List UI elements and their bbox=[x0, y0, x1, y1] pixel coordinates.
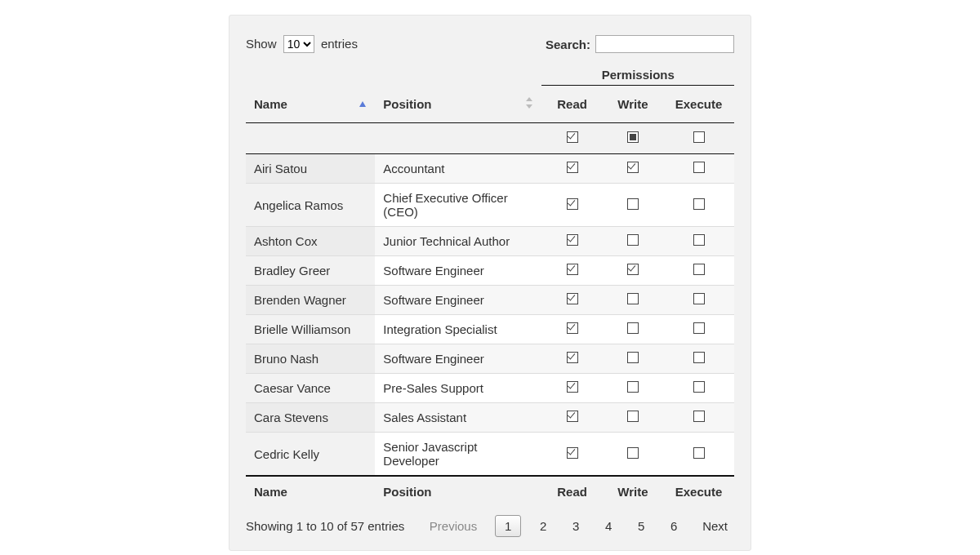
svg-marker-2 bbox=[526, 104, 532, 109]
write-checkbox[interactable] bbox=[627, 352, 639, 363]
cell-name: Airi Satou bbox=[246, 154, 375, 184]
select-all-write-checkbox[interactable] bbox=[627, 131, 639, 143]
pager-page-2[interactable]: 2 bbox=[532, 516, 554, 536]
length-show-label: Show bbox=[246, 37, 277, 51]
cell-name: Bruno Nash bbox=[246, 344, 375, 374]
table-row: Angelica RamosChief Executive Officer (C… bbox=[246, 184, 734, 227]
read-checkbox[interactable] bbox=[567, 293, 578, 304]
read-checkbox[interactable] bbox=[567, 352, 578, 363]
table-row: Ashton CoxJunior Technical Author bbox=[246, 227, 734, 256]
length-entries-label: entries bbox=[321, 37, 358, 51]
read-checkbox[interactable] bbox=[567, 381, 578, 393]
cell-position: Software Engineer bbox=[375, 256, 541, 286]
sort-asc-icon bbox=[359, 97, 367, 111]
foot-read: Read bbox=[541, 476, 602, 507]
table-body: Airi SatouAccountantAngelica RamosChief … bbox=[246, 154, 734, 477]
cell-position: Accountant bbox=[375, 154, 541, 184]
cell-position: Chief Executive Officer (CEO) bbox=[375, 184, 541, 227]
table-row: Caesar VancePre-Sales Support bbox=[246, 374, 734, 403]
cell-name: Ashton Cox bbox=[246, 227, 375, 256]
cell-name: Angelica Ramos bbox=[246, 184, 375, 227]
foot-position: Position bbox=[375, 476, 541, 507]
col-read[interactable]: Read bbox=[541, 86, 602, 123]
table-row: Cara StevensSales Assistant bbox=[246, 403, 734, 433]
cell-position: Junior Technical Author bbox=[375, 227, 541, 256]
cell-position: Software Engineer bbox=[375, 344, 541, 374]
execute-checkbox[interactable] bbox=[693, 447, 705, 459]
col-position-label: Position bbox=[383, 97, 431, 111]
cell-name: Brielle Williamson bbox=[246, 315, 375, 344]
col-name[interactable]: Name bbox=[246, 86, 375, 123]
col-write[interactable]: Write bbox=[603, 86, 663, 123]
table-row: Brielle WilliamsonIntegration Specialist bbox=[246, 315, 734, 344]
execute-checkbox[interactable] bbox=[693, 198, 705, 210]
foot-write: Write bbox=[603, 476, 663, 507]
search-control: Search: bbox=[546, 35, 734, 53]
write-checkbox[interactable] bbox=[627, 234, 639, 246]
write-checkbox[interactable] bbox=[627, 293, 639, 304]
pager-page-3[interactable]: 3 bbox=[565, 516, 586, 536]
length-control: Show 10 entries bbox=[246, 35, 358, 53]
svg-marker-1 bbox=[526, 97, 532, 101]
execute-checkbox[interactable] bbox=[693, 352, 705, 363]
pagination: Previous123456Next bbox=[423, 515, 734, 537]
cell-position: Senior Javascript Developer bbox=[375, 433, 541, 477]
write-checkbox[interactable] bbox=[627, 322, 639, 334]
foot-name: Name bbox=[246, 476, 375, 507]
execute-checkbox[interactable] bbox=[693, 381, 705, 393]
permissions-table: Permissions Name Position bbox=[246, 64, 734, 507]
table-row: Brenden WagnerSoftware Engineer bbox=[246, 286, 734, 315]
execute-checkbox[interactable] bbox=[693, 411, 705, 422]
execute-checkbox[interactable] bbox=[693, 293, 705, 304]
length-select[interactable]: 10 bbox=[283, 35, 314, 53]
svg-marker-0 bbox=[359, 101, 366, 107]
cell-position: Sales Assistant bbox=[375, 403, 541, 433]
search-input[interactable] bbox=[595, 35, 734, 53]
table-row: Airi SatouAccountant bbox=[246, 154, 734, 184]
table-row: Bradley GreerSoftware Engineer bbox=[246, 256, 734, 286]
cell-position: Software Engineer bbox=[375, 286, 541, 315]
select-all-read-checkbox[interactable] bbox=[567, 131, 578, 143]
cell-name: Cara Stevens bbox=[246, 403, 375, 433]
table-controls: Show 10 entries Search: bbox=[246, 35, 734, 53]
write-checkbox[interactable] bbox=[627, 264, 639, 275]
sort-both-icon bbox=[525, 97, 533, 111]
write-checkbox[interactable] bbox=[627, 381, 639, 393]
pager-next[interactable]: Next bbox=[696, 516, 734, 536]
write-checkbox[interactable] bbox=[627, 411, 639, 422]
read-checkbox[interactable] bbox=[567, 198, 578, 210]
table-row: Cedric KellySenior Javascript Developer bbox=[246, 433, 734, 477]
write-checkbox[interactable] bbox=[627, 198, 639, 210]
read-checkbox[interactable] bbox=[567, 411, 578, 422]
write-checkbox[interactable] bbox=[627, 447, 639, 459]
col-name-label: Name bbox=[254, 97, 287, 111]
execute-checkbox[interactable] bbox=[693, 162, 705, 173]
read-checkbox[interactable] bbox=[567, 162, 578, 173]
execute-checkbox[interactable] bbox=[693, 264, 705, 275]
cell-position: Integration Specialist bbox=[375, 315, 541, 344]
cell-name: Bradley Greer bbox=[246, 256, 375, 286]
read-checkbox[interactable] bbox=[567, 447, 578, 459]
select-all-execute-checkbox[interactable] bbox=[693, 131, 705, 143]
permissions-group-header: Permissions bbox=[541, 64, 734, 86]
pager-page-6[interactable]: 6 bbox=[663, 516, 684, 536]
pager-previous: Previous bbox=[423, 516, 483, 536]
cell-name: Brenden Wagner bbox=[246, 286, 375, 315]
write-checkbox[interactable] bbox=[627, 162, 639, 173]
pager-page-5[interactable]: 5 bbox=[630, 516, 652, 536]
read-checkbox[interactable] bbox=[567, 322, 578, 334]
data-table-panel: Show 10 entries Search: Permissions N bbox=[229, 15, 751, 551]
execute-checkbox[interactable] bbox=[693, 234, 705, 246]
table-row: Bruno NashSoftware Engineer bbox=[246, 344, 734, 374]
execute-checkbox[interactable] bbox=[693, 322, 705, 334]
read-checkbox[interactable] bbox=[567, 234, 578, 246]
cell-name: Cedric Kelly bbox=[246, 433, 375, 477]
foot-execute: Execute bbox=[663, 476, 734, 507]
col-position[interactable]: Position bbox=[375, 86, 541, 123]
read-checkbox[interactable] bbox=[567, 264, 578, 275]
table-footer: Showing 1 to 10 of 57 entries Previous12… bbox=[246, 515, 734, 537]
col-execute[interactable]: Execute bbox=[663, 86, 734, 123]
pager-page-4[interactable]: 4 bbox=[598, 516, 619, 536]
pager-page-1[interactable]: 1 bbox=[495, 515, 521, 537]
info-text: Showing 1 to 10 of 57 entries bbox=[246, 519, 404, 533]
